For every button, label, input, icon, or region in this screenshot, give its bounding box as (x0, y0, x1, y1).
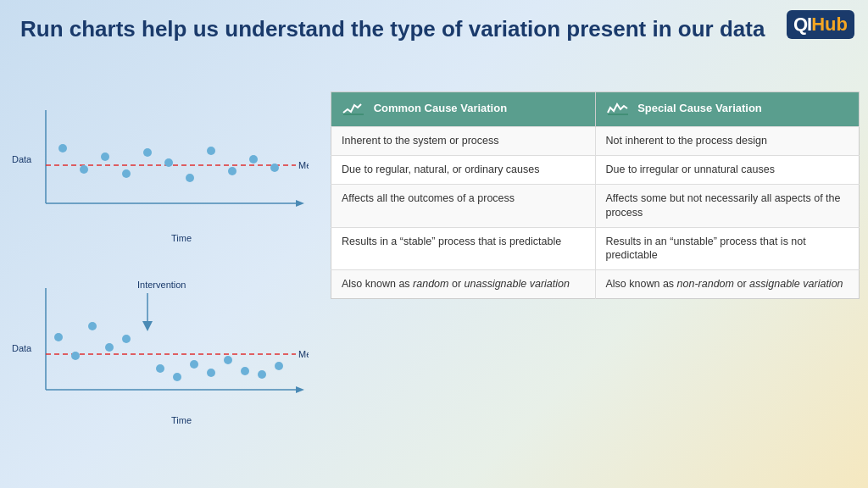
row5-col2-mid: or (734, 278, 749, 290)
col1-header: Common Cause Variation (331, 92, 596, 127)
logo-hub: Hub (811, 14, 848, 36)
svg-point-5 (80, 165, 88, 174)
row1-col1: Inherent to the system or process (331, 127, 596, 156)
svg-point-29 (190, 360, 198, 369)
chart2: Data Intervention (12, 280, 326, 445)
svg-point-8 (143, 148, 152, 157)
special-cause-icon (606, 101, 630, 118)
table-row: Due to regular, natural, or ordinary cau… (331, 155, 860, 184)
svg-point-26 (122, 335, 131, 343)
row4-col1: Results in a “stable” process that is pr… (331, 227, 596, 270)
svg-point-6 (101, 152, 109, 161)
intervention-label: Intervention (137, 280, 186, 290)
table-row: Inherent to the system or process Not in… (331, 127, 860, 156)
row5-col2: Also known as non-random or assignable v… (595, 270, 860, 299)
row3-col2: Affects some but not necessarily all asp… (595, 184, 860, 227)
table-row: Results in a “stable” process that is pr… (331, 227, 860, 270)
svg-marker-2 (296, 200, 304, 207)
row2-col1: Due to regular, natural, or ordinary cau… (331, 155, 596, 184)
svg-point-33 (258, 370, 266, 379)
svg-point-31 (224, 356, 232, 364)
svg-point-12 (228, 167, 236, 175)
table-row: Also known as random or unassignable var… (331, 270, 860, 299)
table-row: Affects all the outcomes of a process Af… (331, 184, 860, 227)
logo-qi: QI (793, 14, 811, 36)
svg-point-11 (207, 147, 215, 155)
chart2-svg: Median (37, 280, 309, 415)
col2-header: Special Cause Variation (595, 92, 860, 127)
common-cause-icon (342, 101, 365, 118)
svg-point-22 (54, 333, 63, 341)
svg-point-27 (156, 364, 164, 373)
row5-col1-italic1: random (413, 278, 448, 290)
svg-point-14 (270, 164, 279, 172)
page-title: Run charts help us understand the type o… (20, 15, 766, 43)
variation-table: Common Cause Variation Special Cause Var… (331, 92, 860, 299)
charts-area: Data Median Time Data In (12, 93, 326, 466)
svg-point-23 (71, 352, 80, 360)
svg-point-34 (275, 362, 283, 370)
row3-col1: Affects all the outcomes of a process (331, 184, 596, 227)
row5-col2-pre: Also known as (606, 278, 677, 290)
row5-col1-pre: Also known as (342, 278, 413, 290)
chart2-time-label: Time (37, 415, 326, 425)
svg-point-13 (249, 155, 258, 164)
row5-col2-italic2: assignable variation (749, 278, 843, 290)
row2-col2: Due to irregular or unnatural causes (595, 155, 860, 184)
row4-col2: Results in an “unstable” process that is… (595, 227, 860, 270)
row5-col2-italic1: non-random (677, 278, 734, 290)
svg-point-10 (186, 174, 194, 182)
svg-point-32 (241, 367, 249, 375)
svg-text:Median: Median (298, 160, 309, 170)
svg-point-25 (105, 343, 114, 352)
svg-point-7 (122, 169, 131, 178)
chart1-svg: Median (37, 102, 309, 233)
svg-point-24 (88, 322, 97, 330)
svg-marker-20 (296, 386, 304, 393)
svg-point-4 (58, 144, 67, 152)
table-body: Inherent to the system or process Not in… (331, 127, 860, 299)
svg-text:Median: Median (298, 349, 309, 359)
chart1-data-label: Data (12, 154, 31, 164)
logo: QI Hub (787, 10, 854, 39)
row1-col2: Not inherent to the process design (595, 127, 860, 156)
row5-col1-italic2: unassignable variation (465, 278, 570, 290)
chart1-time-label: Time (37, 233, 326, 243)
table-header-row: Common Cause Variation Special Cause Var… (331, 92, 860, 127)
svg-point-28 (173, 373, 181, 381)
chart2-data-label: Data (12, 343, 31, 353)
row5-col1-mid: or (448, 278, 464, 290)
chart1: Data Median Time (12, 102, 326, 263)
row5-col1: Also known as random or unassignable var… (331, 270, 596, 299)
svg-point-30 (207, 369, 215, 377)
svg-point-9 (164, 158, 173, 167)
